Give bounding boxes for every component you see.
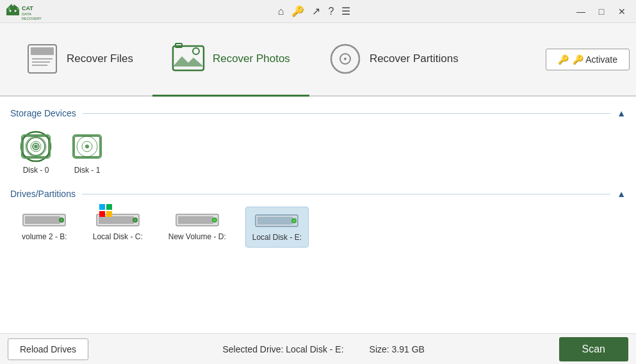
drives-chevron-icon[interactable]: ▲: [617, 189, 626, 199]
svg-rect-48: [178, 216, 213, 224]
disk-1-item[interactable]: Disk - 1: [67, 126, 108, 178]
window-controls: — □ ✕: [572, 4, 631, 19]
svg-rect-36: [25, 216, 60, 224]
tab-recover-photos-label: Recover Photos: [213, 52, 290, 65]
tab-recover-partitions-label: Recover Partitions: [370, 52, 459, 65]
drive-b-icon: [22, 210, 67, 230]
storage-devices-header: Storage Devices ▲: [10, 108, 626, 118]
drive-b-label: volume 2 - B:: [22, 232, 67, 242]
drive-local-e[interactable]: Local Disk - E:: [245, 207, 309, 248]
svg-point-4: [15, 10, 17, 12]
key-activate-icon: 🔑: [558, 54, 569, 65]
app-logo-area: CAT DATA RECOVERY: [5, 3, 56, 20]
storage-chevron-icon[interactable]: ▲: [617, 108, 626, 118]
drive-e-icon: [254, 211, 299, 230]
svg-rect-9: [31, 47, 54, 55]
svg-point-54: [293, 219, 295, 222]
tab-recover-photos[interactable]: Recover Photos: [152, 23, 309, 97]
svg-text:CAT: CAT: [22, 5, 33, 12]
tab-recover-partitions[interactable]: Recover Partitions: [309, 23, 478, 97]
drives-grid: volume 2 - B:: [10, 207, 626, 248]
drive-c-label: Local Disk - C:: [93, 232, 143, 242]
storage-section-line: [83, 113, 610, 114]
windows-logo-icon: [99, 204, 112, 219]
disk-0-icon: [19, 130, 53, 163]
tab-bar: Recover Files Recover Photos Recover Par…: [0, 23, 636, 97]
menu-icon[interactable]: ☰: [341, 5, 350, 17]
svg-rect-12: [32, 65, 47, 66]
activate-label: 🔑 Activate: [573, 54, 617, 65]
drive-e-icon-wrap: [254, 211, 299, 230]
selected-drive-label: Selected Drive: Local Disk - E:: [223, 344, 344, 354]
svg-point-14: [193, 48, 199, 54]
storage-devices-grid: Disk - 0 Disk - 1: [10, 126, 626, 178]
disk-0-label: Disk - 0: [23, 166, 49, 175]
drive-c-icon-wrap: [95, 210, 140, 230]
svg-point-19: [344, 58, 347, 60]
drive-volume-b[interactable]: volume 2 - B:: [15, 207, 74, 246]
disk-0-item[interactable]: Disk - 0: [15, 126, 56, 178]
link-icon[interactable]: ↗: [312, 5, 320, 17]
activate-button[interactable]: 🔑 🔑 Activate: [546, 49, 630, 70]
svg-point-46: [134, 219, 136, 221]
recover-photos-icon: [172, 42, 205, 75]
svg-marker-15: [173, 56, 204, 67]
tab-recover-files[interactable]: Recover Files: [6, 23, 152, 97]
main-content: Storage Devices ▲ Disk - 0: [0, 97, 636, 333]
title-bar-icons: ⌂ 🔑 ↗ ? ☰: [278, 5, 351, 17]
drive-size-label: Size: 3.91 GB: [370, 344, 425, 354]
svg-rect-39: [99, 204, 105, 210]
svg-point-33: [85, 145, 89, 148]
svg-point-38: [60, 219, 63, 221]
drive-local-c[interactable]: Local Disk - C:: [86, 207, 149, 246]
home-icon[interactable]: ⌂: [278, 6, 284, 17]
svg-rect-41: [99, 211, 105, 217]
help-icon[interactable]: ?: [328, 6, 334, 17]
svg-rect-11: [32, 61, 50, 63]
minimize-button[interactable]: —: [572, 4, 590, 19]
drives-partitions-header: Drives/Partitions ▲: [10, 189, 626, 199]
svg-point-28: [34, 145, 38, 148]
tab-recover-files-label: Recover Files: [67, 52, 133, 65]
key-icon[interactable]: 🔑: [291, 5, 304, 17]
drives-partitions-title: Drives/Partitions: [10, 189, 76, 199]
reload-drives-button[interactable]: Reload Drives: [8, 338, 88, 360]
disk-1-icon: [70, 130, 104, 163]
scan-button[interactable]: Scan: [559, 337, 628, 361]
recover-partitions-icon: [329, 42, 362, 75]
drive-d-icon: [175, 210, 220, 230]
status-info: Selected Drive: Local Disk - E: Size: 3.…: [223, 344, 425, 354]
storage-devices-title: Storage Devices: [10, 108, 76, 118]
drive-d-icon-wrap: [175, 210, 220, 230]
app-logo: CAT DATA RECOVERY: [5, 3, 56, 20]
title-bar: CAT DATA RECOVERY ⌂ 🔑 ↗ ? ☰ — □ ✕: [0, 0, 636, 23]
drive-b-icon-wrap: [22, 210, 67, 230]
svg-point-3: [10, 10, 12, 12]
drives-section-line: [82, 194, 610, 194]
svg-text:DATA: DATA: [22, 12, 31, 16]
drive-e-label: Local Disk - E:: [252, 233, 302, 243]
disk-1-label: Disk - 1: [74, 166, 101, 175]
maximize-button[interactable]: □: [592, 4, 610, 19]
svg-rect-42: [106, 211, 112, 217]
recover-files-icon: [26, 42, 59, 75]
svg-rect-40: [106, 204, 112, 210]
close-button[interactable]: ✕: [613, 4, 631, 19]
drive-d-label: New Volume - D:: [168, 232, 226, 242]
drive-new-volume-d[interactable]: New Volume - D:: [162, 207, 232, 246]
svg-point-50: [213, 219, 216, 221]
svg-rect-52: [257, 217, 293, 225]
svg-text:RECOVERY: RECOVERY: [22, 17, 42, 20]
svg-rect-10: [32, 58, 53, 59]
status-bar: Reload Drives Selected Drive: Local Disk…: [0, 333, 636, 364]
